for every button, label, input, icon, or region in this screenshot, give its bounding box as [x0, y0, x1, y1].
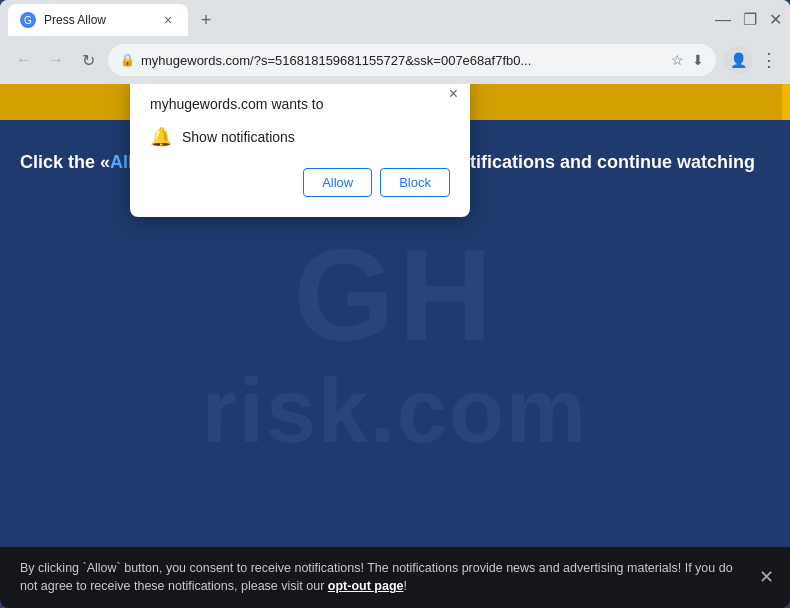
popup-site-text: myhugewords.com wants to [150, 96, 450, 112]
download-icon[interactable]: ⬇ [692, 52, 704, 68]
bottom-notification-bar: By clicking `Allow` button, you consent … [0, 547, 790, 609]
popup-notification-row: 🔔 Show notifications [150, 126, 450, 148]
instruction-before: Click the « [20, 152, 110, 172]
address-bar[interactable]: 🔒 myhugewords.com/?s=516818159681155727&… [108, 44, 716, 76]
lock-icon: 🔒 [120, 53, 135, 67]
tab-close-button[interactable]: × [160, 12, 176, 28]
forward-button[interactable]: → [44, 48, 68, 72]
watermark-line2: risk.com [202, 360, 588, 463]
popup-notification-label: Show notifications [182, 129, 295, 145]
back-button[interactable]: ← [12, 48, 36, 72]
refresh-button[interactable]: ↻ [76, 48, 100, 72]
notification-popup: × myhugewords.com wants to 🔔 Show notifi… [130, 84, 470, 217]
browser-frame: G Press Allow × + — ❐ ✕ ← → ↻ 🔒 myhugewo… [0, 0, 790, 608]
window-controls: — ❐ ✕ [707, 12, 782, 28]
address-actions: ☆ ⬇ [671, 52, 704, 68]
bottom-bar-text-after: ! [404, 579, 407, 593]
tab-bar: G Press Allow × + [8, 4, 703, 36]
allow-button[interactable]: Allow [303, 168, 372, 197]
block-button[interactable]: Block [380, 168, 450, 197]
tab-title: Press Allow [44, 13, 152, 27]
bottom-bar-close-button[interactable]: ✕ [759, 564, 774, 591]
page-content: GH risk.com 99% Click the «Allow» button… [0, 84, 790, 608]
new-tab-button[interactable]: + [192, 6, 220, 34]
active-tab[interactable]: G Press Allow × [8, 4, 188, 36]
star-icon[interactable]: ☆ [671, 52, 684, 68]
tab-favicon: G [20, 12, 36, 28]
omnibar: ← → ↻ 🔒 myhugewords.com/?s=5168181596811… [0, 40, 790, 84]
maximize-button[interactable]: ❐ [743, 12, 757, 28]
opt-out-link[interactable]: opt-out page [328, 579, 404, 593]
title-bar: G Press Allow × + — ❐ ✕ [0, 0, 790, 40]
profile-button[interactable]: 👤 [724, 46, 752, 74]
close-window-button[interactable]: ✕ [769, 12, 782, 28]
url-text: myhugewords.com/?s=516818159681155727&ss… [141, 53, 665, 68]
minimize-button[interactable]: — [715, 12, 731, 28]
bell-icon: 🔔 [150, 126, 172, 148]
popup-close-button[interactable]: × [449, 86, 458, 102]
watermark-line1: GH [294, 230, 497, 360]
popup-actions: Allow Block [150, 168, 450, 197]
browser-menu-button[interactable]: ⋮ [760, 49, 778, 71]
